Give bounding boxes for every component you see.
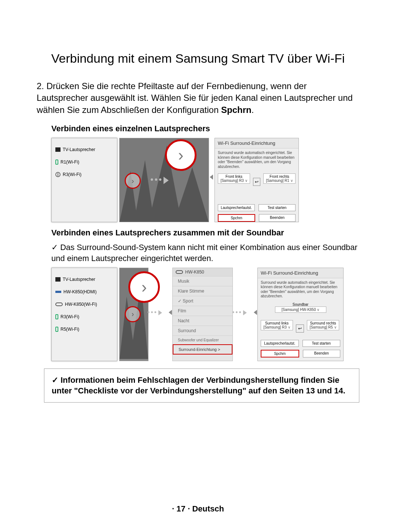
menu-item-subwoofer[interactable]: Subwoofer und Equalizer	[173, 335, 232, 344]
panel-title: Wi-Fi Surround-Einrichtung	[215, 138, 298, 148]
speaker-list: TV-Lautsprecher R1(Wi-Fi) R3(Wi-Fi)	[51, 138, 117, 222]
menu-item-music[interactable]: Musik	[173, 276, 232, 286]
soundbar-label: Soundbar	[258, 302, 343, 307]
test-button[interactable]: Test starten	[258, 204, 296, 211]
diagram-single-speaker: TV-Lautsprecher R1(Wi-Fi) R3(Wi-Fi) › › …	[51, 138, 359, 222]
speaker-r3[interactable]: R3(Wi-Fi)	[52, 311, 117, 323]
menu-item-surround[interactable]: Surround	[173, 326, 232, 335]
check-note-1: ✓ Das Surround-Sound-System kann nicht m…	[51, 242, 359, 264]
menu-header: HW-K850	[173, 268, 232, 276]
speaker-tv[interactable]: TV-Lautsprecher	[52, 143, 117, 156]
dots-arrow-icon: •••	[150, 175, 169, 185]
right-arrow-indicator: ›	[125, 173, 141, 189]
panel-description: Surround wurde automatisch eingerichtet.…	[215, 148, 298, 171]
volume-button[interactable]: Lautsprecherlautst.	[218, 204, 255, 211]
surround-setup-panel: Wi-Fi Surround-Einrichtung Surround wurd…	[214, 138, 299, 222]
menu-item-night[interactable]: Nacht	[173, 316, 232, 326]
exit-button[interactable]: Beenden	[259, 214, 296, 222]
page-footer: · 17 · Deutsch	[0, 504, 396, 514]
front-left-slot[interactable]: Front links [Samsung] R3 ∨	[218, 173, 250, 184]
dots-arrow-icon: •••	[232, 309, 247, 316]
front-right-slot[interactable]: Front rechts [Samsung] R1 ∨	[263, 173, 296, 184]
soundbar-menu: HW-K850 Musik Klare Stimme Sport Film Na…	[172, 268, 233, 361]
surround-left-slot[interactable]: Surround links [Samsung] R3 ∨	[261, 320, 293, 330]
soundbar-icon	[55, 291, 61, 293]
speaker-hwk850-hdmi[interactable]: HW-K850(HDMI)	[52, 286, 117, 298]
volume-button[interactable]: Lautsprecherlautst.	[261, 340, 299, 347]
surround-setup-panel: Wi-Fi Surround-Einrichtung Surround wurd…	[257, 268, 344, 361]
soundbar-slot[interactable]: [Samsung] HW-K850 ∨	[275, 307, 326, 313]
chevron-left-icon	[254, 310, 257, 315]
save-button[interactable]: Spchrn	[261, 350, 299, 357]
failure-note: ✓ Informationen beim Fehlschlagen der Ve…	[44, 368, 359, 403]
swap-button[interactable]: ↩	[296, 324, 304, 333]
test-button[interactable]: Test starten	[302, 340, 341, 347]
menu-item-film[interactable]: Film	[173, 306, 232, 316]
subheading-soundbar: Verbinden eines Lautsprechers zusammen m…	[51, 228, 359, 238]
menu-item-voice[interactable]: Klare Stimme	[173, 286, 232, 296]
step-2: 2. Drücken Sie die rechte Pfeiltaste auf…	[37, 80, 359, 116]
chevron-left-icon	[169, 310, 172, 315]
tv-icon	[55, 147, 60, 152]
save-button[interactable]: Spchrn	[218, 214, 255, 222]
subheading-single: Verbinden eines einzelnen Lautsprechers	[51, 124, 359, 133]
page-title: Verbindung mit einem Samsung Smart TV üb…	[37, 51, 359, 66]
speaker-icon	[55, 327, 58, 332]
right-arrow-indicator: ›	[125, 306, 141, 322]
right-arrow-callout: ›	[165, 139, 197, 171]
surround-right-slot[interactable]: Surround rechts [Samsung] R5 ∨	[307, 320, 339, 330]
soundbar-icon	[176, 270, 183, 274]
speaker-tv[interactable]: TV-Lautsprecher	[52, 273, 117, 286]
tv-icon	[55, 277, 60, 282]
speaker-list: TV-Lautsprecher HW-K850(HDMI) HW-K850(Wi…	[51, 268, 117, 361]
panel-title: Wi-Fi Surround-Einrichtung	[258, 268, 343, 278]
speaker-r3[interactable]: R3(Wi-Fi)	[52, 168, 117, 181]
speaker-icon	[55, 159, 58, 165]
panel-description: Surround wurde automatisch eingerichtet.…	[258, 278, 343, 301]
soundbar-icon	[55, 302, 63, 306]
speaker-r5[interactable]: R5(Wi-Fi)	[52, 323, 117, 335]
swap-button[interactable]: ↩	[253, 178, 260, 186]
speaker-icon	[55, 314, 58, 319]
diagram-soundbar: TV-Lautsprecher HW-K850(HDMI) HW-K850(Wi…	[51, 268, 359, 361]
chevron-left-icon	[210, 175, 213, 180]
speaker-icon	[55, 172, 60, 177]
dots-arrow-icon: •••	[147, 309, 162, 316]
exit-button[interactable]: Beenden	[303, 350, 341, 357]
speaker-r1[interactable]: R1(Wi-Fi)	[52, 156, 117, 168]
right-arrow-callout: ›	[128, 271, 160, 303]
menu-item-sport[interactable]: Sport	[173, 296, 232, 306]
speaker-hwk850-wifi[interactable]: HW-K850(Wi-Fi)	[52, 298, 117, 311]
menu-item-surround-setup[interactable]: Surround-Einrichtung >	[173, 344, 232, 355]
